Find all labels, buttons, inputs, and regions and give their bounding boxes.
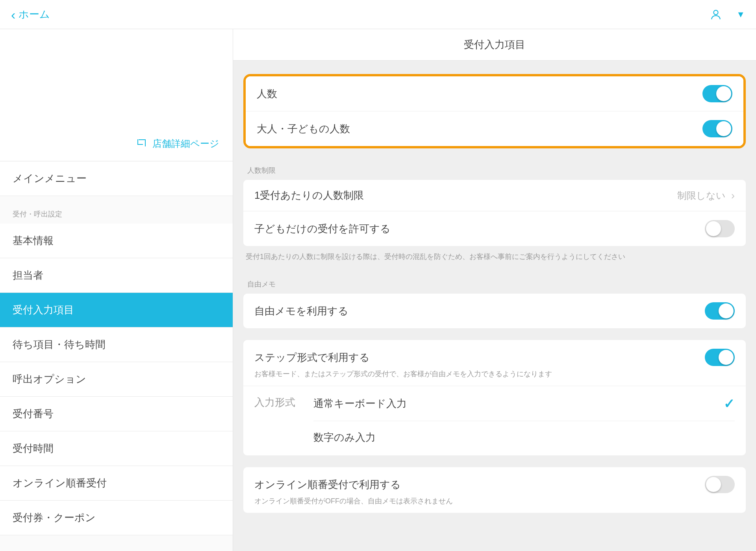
store-detail-link[interactable]: 店舗詳細ページ (139, 137, 219, 150)
row-allow-children-only: 子どもだけの受付を許可する (243, 211, 746, 246)
limit-note: 受付1回あたりの人数に制限を設ける際は、受付時の混乱を防ぐため、お客様へ事前にご… (243, 246, 746, 262)
main-menu-label: メインメニュー (13, 172, 87, 184)
format-option-numeric[interactable]: 数字のみ入力 (313, 421, 735, 454)
main-title: 受付入力項目 (233, 29, 756, 61)
sidebar-item-label: 受付入力項目 (13, 304, 74, 316)
sidebar-item-0[interactable]: 基本情報 (0, 224, 233, 258)
sidebar-item-label: 待ち項目・待ち時間 (13, 338, 106, 350)
row-input-format: 入力形式 通常キーボード入力 ✓ 数字のみ入力 (243, 386, 746, 455)
format-option-keyboard[interactable]: 通常キーボード入力 ✓ (313, 386, 735, 421)
format-option-numeric-label: 数字のみ入力 (313, 431, 376, 444)
memo-online-note: オンライン順番受付がOFFの場合、自由メモは表示されません (254, 496, 735, 506)
chevron-left-icon: ‹ (11, 8, 15, 21)
sidebar-section-label: 受付・呼出設定 (0, 196, 233, 224)
memo-online-group: オンライン順番受付で利用する オンライン順番受付がOFFの場合、自由メモは表示さ… (243, 467, 746, 513)
store-info-block: 店舗詳細ページ (0, 29, 233, 161)
memo-caption: 自由メモ (245, 279, 744, 294)
sidebar-item-label: 受付時間 (13, 442, 54, 454)
main-panel: 受付入力項目 人数 大人・子どもの人数 人数制限 1受付あたりの人数制限 制限 (233, 29, 756, 551)
adult-child-label: 大人・子どもの人数 (257, 122, 702, 136)
row-per-reception-limit[interactable]: 1受付あたりの人数制限 制限しない › (243, 180, 746, 211)
limit-caption: 人数制限 (245, 166, 744, 180)
sidebar-item-label: 担当者 (13, 269, 43, 281)
sidebar: 店舗詳細ページ メインメニュー 受付・呼出設定 基本情報担当者受付入力項目待ち項… (0, 29, 233, 551)
toggle-step-mode[interactable] (705, 349, 735, 366)
memo-group: 自由メモ 自由メモを利用する (243, 279, 746, 328)
per-reception-label: 1受付あたりの人数制限 (254, 189, 677, 202)
step-note: お客様モード、またはステップ形式の受付で、お客様が自由メモを入力できるようになり… (254, 369, 735, 379)
step-label: ステップ形式で利用する (254, 351, 705, 364)
people-count-group: 人数 大人・子どもの人数 (243, 74, 746, 148)
sidebar-item-label: 呼出オプション (13, 373, 86, 385)
memo-online-label: オンライン順番受付で利用する (254, 478, 705, 492)
sidebar-item-5[interactable]: 受付番号 (0, 397, 233, 431)
sidebar-item-1[interactable]: 担当者 (0, 258, 233, 293)
sidebar-item-label: 受付券・クーポン (13, 512, 96, 523)
check-icon: ✓ (724, 396, 735, 411)
toggle-allow-children-only[interactable] (705, 220, 735, 237)
format-label: 入力形式 (254, 386, 313, 409)
main-menu-item[interactable]: メインメニュー (0, 161, 233, 196)
back-label: ホーム (19, 7, 50, 21)
back-home-button[interactable]: ‹ ホーム (11, 7, 50, 21)
store-detail-label: 店舗詳細ページ (152, 138, 219, 149)
user-icon[interactable] (710, 8, 722, 21)
format-option-keyboard-label: 通常キーボード入力 (313, 397, 407, 410)
svg-point-0 (714, 10, 718, 15)
toggle-adult-child-count[interactable] (702, 120, 732, 137)
toggle-use-memo[interactable] (705, 302, 735, 320)
sidebar-item-2[interactable]: 受付入力項目 (0, 293, 233, 327)
row-people-count: 人数 (246, 76, 743, 111)
sidebar-item-4[interactable]: 呼出オプション (0, 362, 233, 397)
people-count-label: 人数 (257, 87, 702, 101)
row-step-mode: ステップ形式で利用する お客様モード、またはステップ形式の受付で、お客様が自由メ… (243, 340, 746, 386)
chevron-right-icon: › (731, 189, 735, 202)
sidebar-item-label: オンライン順番受付 (13, 477, 107, 489)
row-use-memo: 自由メモを利用する (243, 294, 746, 328)
memo-step-group: ステップ形式で利用する お客様モード、またはステップ形式の受付で、お客様が自由メ… (243, 340, 746, 455)
chevron-down-icon[interactable]: ▼ (736, 9, 745, 20)
sidebar-item-label: 基本情報 (13, 235, 54, 246)
toggle-memo-online[interactable] (705, 476, 735, 493)
people-limit-group: 人数制限 1受付あたりの人数制限 制限しない › 子どもだけの受付を許可する 受… (243, 166, 746, 262)
sidebar-item-6[interactable]: 受付時間 (0, 431, 233, 466)
sidebar-item-label: 受付番号 (13, 408, 54, 420)
per-reception-value: 制限しない (677, 189, 726, 202)
row-memo-online: オンライン順番受付で利用する オンライン順番受付がOFFの場合、自由メモは表示さ… (243, 467, 746, 513)
toggle-people-count[interactable] (702, 85, 732, 102)
allow-children-only-label: 子どもだけの受付を許可する (254, 222, 705, 236)
sidebar-item-7[interactable]: オンライン順番受付 (0, 466, 233, 501)
use-memo-label: 自由メモを利用する (254, 304, 705, 318)
top-bar: ‹ ホーム ▼ (0, 0, 756, 29)
row-adult-child-count: 大人・子どもの人数 (246, 111, 743, 146)
sidebar-item-3[interactable]: 待ち項目・待ち時間 (0, 327, 233, 362)
sidebar-item-8[interactable]: 受付券・クーポン (0, 501, 233, 535)
